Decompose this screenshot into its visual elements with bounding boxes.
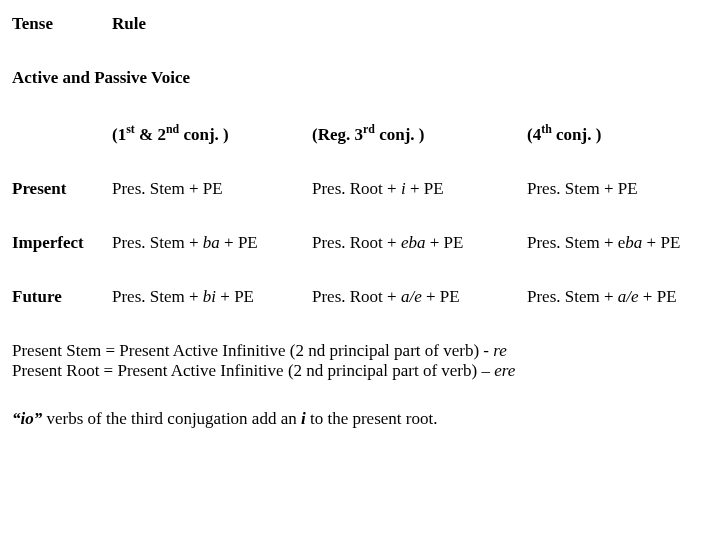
text: + PE: [642, 233, 680, 252]
cell: Pres. Root + a/e + PE: [312, 287, 527, 307]
note-io-verbs: “io” verbs of the third conjugation add …: [12, 409, 708, 429]
ordinal-sup: nd: [166, 122, 179, 136]
text: + PE: [422, 287, 460, 306]
text: + PE: [216, 287, 254, 306]
col-header-1st-2nd: (1st & 2nd conj. ): [112, 122, 312, 145]
italic-text: eba: [401, 233, 426, 252]
italic-text: a/e: [618, 287, 639, 306]
ordinal-sup: rd: [363, 122, 375, 136]
note-present-stem: Present Stem = Present Active Infinitive…: [12, 341, 708, 361]
text: + PE: [425, 233, 463, 252]
col-header-3rd: (Reg. 3rd conj. ): [312, 122, 527, 145]
text: Pres. Root +: [312, 179, 401, 198]
text: Pres. Stem +: [112, 233, 203, 252]
text: + PE: [406, 179, 444, 198]
text: Pres. Root +: [312, 287, 401, 306]
text: + PE: [639, 287, 677, 306]
italic-text: ba: [203, 233, 220, 252]
text: Pres. Stem + e: [527, 233, 625, 252]
row-label: Imperfect: [12, 233, 112, 253]
text: to the present root.: [306, 409, 438, 428]
italic-text: ere: [494, 361, 515, 380]
text: conj. ): [552, 125, 602, 144]
text: Present Root = Present Active Infinitive…: [12, 361, 494, 380]
cell: Pres. Stem + a/e + PE: [527, 287, 717, 307]
cell: Pres. Stem + bi + PE: [112, 287, 312, 307]
ordinal-sup: th: [541, 122, 552, 136]
row-imperfect: Imperfect Pres. Stem + ba + PE Pres. Roo…: [12, 233, 708, 253]
text: (1: [112, 125, 126, 144]
ordinal-sup: st: [126, 122, 135, 136]
text: conj. ): [375, 125, 425, 144]
text: Pres. Root +: [312, 233, 401, 252]
note-present-root: Present Root = Present Active Infinitive…: [12, 361, 708, 381]
italic-text: bi: [203, 287, 216, 306]
row-present: Present Pres. Stem + PE Pres. Root + i +…: [12, 179, 708, 199]
row-label: Future: [12, 287, 112, 307]
text: conj. ): [179, 125, 229, 144]
cell: Pres. Stem + PE: [527, 179, 717, 199]
header-tense: Tense: [12, 14, 112, 34]
row-label: Present: [12, 179, 112, 199]
text: & 2: [135, 125, 166, 144]
text: + PE: [220, 233, 258, 252]
italic-text: ba: [625, 233, 642, 252]
text: Pres. Stem +: [527, 287, 618, 306]
text: Pres. Stem +: [112, 287, 203, 306]
italic-text: re: [493, 341, 507, 360]
document-page: Tense Rule Active and Passive Voice (1st…: [0, 0, 720, 443]
cell: Pres. Root + i + PE: [312, 179, 527, 199]
text: (Reg. 3: [312, 125, 363, 144]
cell: Pres. Stem + eba + PE: [527, 233, 717, 253]
text: Present Stem = Present Active Infinitive…: [12, 341, 493, 360]
text: (4: [527, 125, 541, 144]
cell: Pres. Stem + ba + PE: [112, 233, 312, 253]
header-row: Tense Rule: [12, 14, 708, 34]
row-future: Future Pres. Stem + bi + PE Pres. Root +…: [12, 287, 708, 307]
italic-text: a/e: [401, 287, 422, 306]
text: verbs of the third conjugation add an: [46, 409, 300, 428]
column-subheaders: (1st & 2nd conj. ) (Reg. 3rd conj. ) (4t…: [12, 122, 708, 145]
cell: Pres. Root + eba + PE: [312, 233, 527, 253]
cell: Pres. Stem + PE: [112, 179, 312, 199]
header-rule: Rule: [112, 14, 146, 34]
section-title: Active and Passive Voice: [12, 68, 708, 88]
col-header-4th: (4th conj. ): [527, 122, 717, 145]
bold-italic-text: “io”: [12, 409, 46, 428]
